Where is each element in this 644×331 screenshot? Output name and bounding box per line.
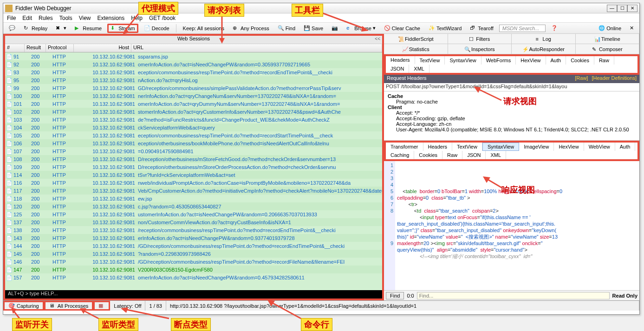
resume-button[interactable]: ▶Resume bbox=[72, 24, 104, 32]
resptab-cookies[interactable]: Cookies bbox=[414, 151, 442, 159]
tab-composer[interactable]: ✎Composer bbox=[576, 44, 640, 54]
session-row[interactable]: 📄109200HTTP10.132.10.62:9081 D/reception… bbox=[5, 163, 382, 171]
session-row[interactable]: 📄102200HTTP10.132.10.62:9081 stomerInfoA… bbox=[5, 108, 382, 116]
session-row[interactable]: 📄114200HTTP10.132.10.62:9081 tSvr?funId=… bbox=[5, 171, 382, 179]
menu-getbook[interactable]: GET /book bbox=[149, 15, 176, 21]
decode-button[interactable]: 📄Decode bbox=[141, 24, 172, 32]
msdn-search[interactable]: MSDN Search... bbox=[499, 25, 546, 32]
col-result[interactable]: Result bbox=[25, 44, 46, 52]
log-icon: ≡ bbox=[536, 36, 541, 42]
session-row[interactable]: 📄91200HTTP10.132.10.62:9081 ssparams.jsp bbox=[5, 52, 382, 60]
session-row[interactable]: 📄117200HTTP10.132.10.62:9081 Veb/CmpCust… bbox=[5, 187, 382, 195]
col-url[interactable]: URL bbox=[131, 44, 382, 52]
col-host[interactable]: Host bbox=[74, 44, 131, 52]
menu-file[interactable]: File bbox=[7, 15, 16, 21]
col-num[interactable]: # bbox=[5, 44, 25, 52]
minimize-button[interactable]: — bbox=[607, 5, 617, 12]
raw-link[interactable]: [Raw] bbox=[575, 75, 588, 81]
session-row[interactable]: 📄143200HTTP10.132.10.62:9081 erInfoActio… bbox=[5, 234, 382, 242]
textwizard-button[interactable]: ✨TextWizard bbox=[426, 24, 464, 32]
session-row[interactable]: 📄108200HTTP10.132.10.62:9081 D/reception… bbox=[5, 155, 382, 163]
subtab-webforms[interactable]: WebForms bbox=[481, 56, 516, 65]
session-row[interactable]: 📄125200HTTP10.132.10.62:9081 ustomerInfo… bbox=[5, 210, 382, 218]
session-row[interactable]: 📄146200HTTP10.132.10.62:9081 /GD/recepti… bbox=[5, 258, 382, 266]
menu-tools[interactable]: Tools bbox=[59, 15, 72, 21]
session-row[interactable]: 📄93200HTTP10.132.10.62:9081 eception/com… bbox=[5, 68, 382, 76]
subtab-auth[interactable]: Auth bbox=[546, 56, 566, 65]
session-row[interactable]: 📄107200HTTP10.132.10.62:9081 =0.09049147… bbox=[5, 147, 382, 155]
resptab-syntaxview[interactable]: SyntaxView bbox=[482, 143, 519, 151]
resptab-auth[interactable]: Auth bbox=[615, 143, 636, 151]
tab-log[interactable]: ≡Log bbox=[512, 34, 576, 44]
session-row[interactable]: 📄100200HTTP10.132.10.62:9081 nerInfoActi… bbox=[5, 92, 382, 100]
session-row[interactable]: 📄99200HTTP10.132.10.62:9081 GD/reception… bbox=[5, 84, 382, 92]
anyprocess-button[interactable]: ⊕Any Process bbox=[230, 24, 272, 32]
menu-edit[interactable]: Edit bbox=[22, 15, 32, 21]
subtab-json[interactable]: JSON bbox=[386, 65, 409, 73]
status-url: http://10.132.10.62:908 ?/layout/toolbar… bbox=[166, 301, 639, 311]
close-toolbar-button[interactable]: ✕ bbox=[627, 24, 637, 32]
col-protocol[interactable]: Protocol bbox=[46, 44, 74, 52]
resptab-caching[interactable]: Caching bbox=[386, 151, 414, 159]
subtab-raw[interactable]: Raw bbox=[594, 56, 614, 65]
find-input[interactable] bbox=[417, 292, 610, 299]
session-row[interactable]: 📄103200HTTP10.132.10.62:9081 de?method=i… bbox=[5, 116, 382, 123]
session-row[interactable]: 📄147200HTTP10.132.10.62:9081 V200R003C05… bbox=[5, 266, 382, 273]
find-button[interactable]: 🔍Find bbox=[275, 24, 298, 32]
remove-button[interactable]: ✖▾ bbox=[53, 24, 69, 32]
session-row[interactable]: 📄116200HTTP10.132.10.62:9081 nweb/indivi… bbox=[5, 179, 382, 187]
find-button[interactable]: Find bbox=[386, 292, 404, 299]
resptab-raw[interactable]: Raw bbox=[442, 151, 462, 159]
subtab-syntaxview[interactable]: SyntaxView bbox=[445, 56, 481, 65]
resptab-webview[interactable]: WebView bbox=[584, 143, 615, 151]
subtab-xml[interactable]: XML bbox=[409, 65, 429, 73]
tab-timeline[interactable]: 📊Timeline bbox=[576, 34, 640, 44]
tearoff-button[interactable]: 🗗Tearoff bbox=[467, 24, 496, 32]
comment-button[interactable]: 💬 bbox=[6, 24, 18, 32]
clearcache-button[interactable]: 🚫Clear Cache bbox=[381, 24, 423, 32]
help-icon-button[interactable]: ❓ bbox=[548, 24, 560, 32]
collapse-button[interactable]: << bbox=[375, 36, 380, 41]
tab-inspectors[interactable]: 🔍Inspectors bbox=[448, 44, 512, 54]
quickexec-bar[interactable]: ALT+Q > type HELP... bbox=[5, 290, 382, 299]
session-row[interactable]: 📄145200HTTP10.132.10.62:9081 ?random=0.2… bbox=[5, 250, 382, 258]
resptab-json[interactable]: JSON bbox=[462, 151, 486, 159]
session-row[interactable]: 📄106200HTTP10.132.10.62:9081 eception/ot… bbox=[5, 139, 382, 147]
menu-rules[interactable]: Rules bbox=[39, 15, 53, 21]
session-row[interactable]: 📄95200HTTP10.132.10.62:9081 nAction.do?a… bbox=[5, 76, 382, 84]
play-icon: ▶ bbox=[75, 25, 81, 32]
hdrdef-link[interactable]: [Header Definitions] bbox=[592, 75, 637, 81]
resptab-imageview[interactable]: ImageView bbox=[519, 143, 554, 151]
session-row[interactable]: 📄144200HTTP10.132.10.62:9081 /GD/recepti… bbox=[5, 242, 382, 250]
subtab-textview[interactable]: TextView bbox=[415, 56, 445, 65]
session-row[interactable]: 📄105200HTTP10.132.10.62:9081 eception/co… bbox=[5, 131, 382, 139]
tab-autoresponder[interactable]: ⚡AutoResponder bbox=[512, 44, 576, 54]
tab-filters[interactable]: ☐Filters bbox=[448, 34, 512, 44]
session-row[interactable]: 📄101200HTTP10.132.10.62:9081 omerInfoAct… bbox=[5, 100, 382, 108]
resptab-xml[interactable]: XML bbox=[486, 151, 506, 159]
subtab-hexview[interactable]: HexView bbox=[516, 56, 546, 65]
close-button[interactable]: ✕ bbox=[627, 5, 637, 12]
resptab-transformer[interactable]: Transformer bbox=[386, 143, 423, 151]
resptab-textview[interactable]: TextView bbox=[452, 143, 482, 151]
session-row[interactable]: 📄92200HTTP10.132.10.62:9081 omerInfoActi… bbox=[5, 60, 382, 68]
replay-button[interactable]: ↻Replay bbox=[21, 24, 50, 32]
resptab-hexview[interactable]: HexView bbox=[554, 143, 584, 151]
session-list[interactable]: 📄91200HTTP10.132.10.62:9081 ssparams.jsp… bbox=[5, 52, 382, 290]
subtab-cookies[interactable]: Cookies bbox=[566, 56, 594, 65]
tab-statistics[interactable]: 📈Statistics bbox=[384, 44, 448, 54]
stats-icon: 📈 bbox=[402, 46, 408, 52]
session-row[interactable]: 📄104200HTTP10.132.10.62:9081 ckServicepl… bbox=[5, 123, 382, 131]
menu-view[interactable]: View bbox=[79, 15, 91, 21]
maximize-button[interactable]: ☐ bbox=[617, 5, 627, 12]
session-row[interactable]: 📄118200HTTP10.132.10.62:9081 ew.jsp bbox=[5, 195, 382, 202]
session-row[interactable]: 📄138200HTTP10.132.10.62:9081 /reception/… bbox=[5, 226, 382, 234]
resptab-headers[interactable]: Headers bbox=[423, 143, 453, 151]
session-row[interactable]: 📄120200HTTP10.132.10.62:9081 c.jsp?rando… bbox=[5, 202, 382, 210]
tab-fiddlerscript[interactable]: 📜FiddlerScript bbox=[384, 34, 448, 44]
session-row[interactable]: 📄157200HTTP10.132.10.62:9081 omerInfoAct… bbox=[5, 273, 382, 281]
response-body[interactable]: 123456789 <table border=0 bToolBar=1 wid… bbox=[384, 161, 639, 290]
online-button[interactable]: 🌐Online bbox=[596, 24, 624, 32]
subtab-headers[interactable]: Headers bbox=[386, 56, 415, 65]
session-row[interactable]: 📄137200HTTP10.132.10.62:9081 non/Custome… bbox=[5, 218, 382, 226]
